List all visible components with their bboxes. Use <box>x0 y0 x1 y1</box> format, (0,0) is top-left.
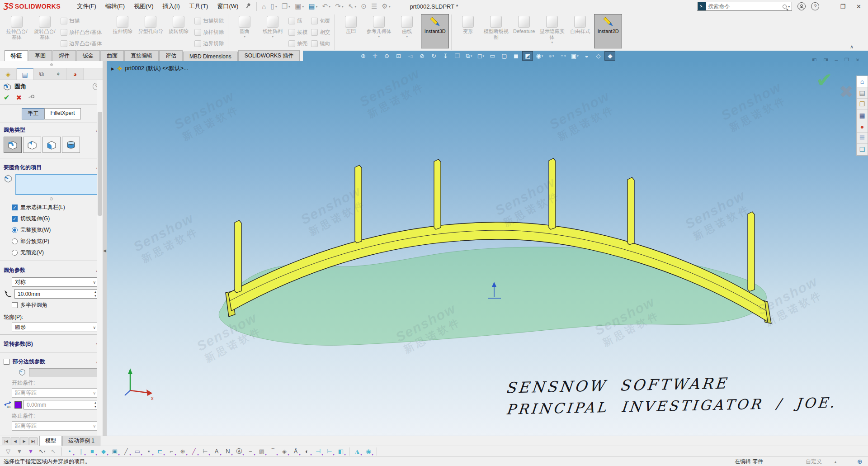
part-tree-label[interactable]: prt0002 (默认) <<默认>... <box>125 65 189 72</box>
close-button[interactable]: ✕ <box>852 2 865 11</box>
defeature-button[interactable]: Defeature <box>510 14 538 48</box>
dropdown-caret-icon[interactable]: ▾ <box>551 41 553 44</box>
filter-dimensions-icon[interactable]: ⊢▾ <box>200 447 211 456</box>
panel-scrollbar[interactable] <box>97 80 103 436</box>
profile-dropdown[interactable]: 圆形 ∨ <box>12 323 99 332</box>
dropdown-caret-icon[interactable]: ▾ <box>552 54 554 58</box>
full-preview-option[interactable]: 完整预览(W) <box>0 224 103 236</box>
filter-toggle-icon[interactable]: ▽ <box>3 447 14 456</box>
menu-window[interactable]: 窗口(W) <box>212 0 243 12</box>
filter-routing-points-icon[interactable]: ⊢▾ <box>324 447 335 456</box>
custom-properties-icon[interactable]: ☰ <box>857 133 868 144</box>
viewport-ok-button[interactable]: ✔ <box>816 68 833 91</box>
start-condition-dropdown[interactable]: 距离等距 ∨ <box>12 388 99 398</box>
partial-edge-listbox[interactable] <box>29 368 99 376</box>
edges-selection-listbox[interactable] <box>15 174 99 195</box>
filter-weld-symbols-icon[interactable]: ⌒▾ <box>268 447 278 456</box>
indent-button[interactable]: 压凹 <box>337 14 365 48</box>
dropdown-caret-icon[interactable]: ▾ <box>302 5 304 9</box>
no-preview-option[interactable]: 无预览(V) <box>0 247 103 258</box>
dropdown-caret-icon[interactable]: ▾ <box>577 54 579 58</box>
shaded-with-edges-icon[interactable]: ◩ <box>522 51 533 61</box>
offset-field[interactable]: 0.00mm ▲▼ <box>24 400 99 409</box>
radio-icon[interactable] <box>12 238 18 244</box>
customize-caret-icon[interactable]: ▴ <box>835 460 836 464</box>
tab-评估[interactable]: 评估 <box>159 50 183 61</box>
options-list-icon[interactable]: ☰ <box>369 1 379 11</box>
design-library-icon[interactable]: ❐ <box>857 99 868 110</box>
checkbox-checked-icon[interactable]: ✓ <box>12 216 18 222</box>
tangent-propagation-option[interactable]: ✓ 切线延伸(G) <box>0 213 103 224</box>
filter-balloons-icon[interactable]: Ⓐ▾ <box>234 447 245 456</box>
tab-焊件[interactable]: 焊件 <box>52 50 76 61</box>
linear-pattern-button[interactable]: 线性阵列▾ <box>259 14 287 48</box>
dropdown-caret-icon[interactable]: ▾ <box>316 5 318 9</box>
variable-size-fillet-button[interactable] <box>23 137 41 153</box>
ok-button[interactable]: ✔ <box>4 93 9 102</box>
quick-tips-globe-icon[interactable]: ⊕ <box>857 458 863 465</box>
tab-曲面[interactable]: 曲面 <box>100 50 124 61</box>
restore-button[interactable]: ❐ <box>836 2 849 11</box>
3d-drawing-view-icon[interactable]: ❐ <box>452 51 462 61</box>
viewport-cancel-button[interactable]: ✖ <box>839 82 854 102</box>
collapse-panel-icon[interactable]: ◀ <box>103 248 106 253</box>
dropdown-caret-icon[interactable]: ▾ <box>354 5 356 9</box>
symmetric-dropdown[interactable]: 对称 ∨ <box>12 277 99 287</box>
displaymanager-tab[interactable]: ◕ <box>67 68 84 80</box>
help-icon[interactable]: ? <box>811 2 819 10</box>
dropdown-caret-icon[interactable]: ▾ <box>329 5 330 9</box>
wrap-button[interactable]: 包覆 <box>309 15 332 27</box>
listbox-resize-icon[interactable] <box>50 197 53 200</box>
swept-boss-button[interactable]: 扫描 <box>59 15 104 27</box>
undo-icon[interactable]: ↶▾ <box>321 1 333 11</box>
menu-file[interactable]: 文件(F) <box>72 0 101 12</box>
filter-datums-icon[interactable]: ◈▾ <box>279 447 290 456</box>
items-to-fillet-section-header[interactable]: 要圆角化的项目 ∧ <box>0 161 103 173</box>
freeform-button[interactable]: 自由样式 <box>566 14 594 48</box>
filter-blocks-icon[interactable]: ◧▾ <box>335 447 346 456</box>
partial-edge-parameters-section-header[interactable]: 部分边线参数 ∧ <box>0 355 103 367</box>
wireframe-icon[interactable]: ▭ <box>487 51 498 61</box>
curves-button[interactable]: 曲线▾ <box>393 14 421 48</box>
tab-MBD Dimensions[interactable]: MBD Dimensions <box>183 52 238 61</box>
full-round-fillet-button[interactable] <box>62 137 80 153</box>
apply-scene-icon[interactable]: ◓▾ <box>557 51 568 61</box>
select-icon[interactable]: ↖▾ <box>346 1 359 11</box>
first-tab-button[interactable]: |◀ <box>2 437 10 445</box>
dropdown-caret-icon[interactable]: ▾ <box>389 5 391 9</box>
ribbon-collapse-icon[interactable]: ∧ <box>850 44 854 50</box>
settings-gear-icon[interactable]: ⚙▾ <box>380 1 392 11</box>
filter-annotations-icon[interactable]: A▾ <box>211 447 222 456</box>
propertymanager-tab[interactable]: ▤ <box>17 68 33 80</box>
file-explorer-icon[interactable]: ▦ <box>857 110 868 121</box>
search-caret-icon[interactable]: ▾ <box>788 5 790 9</box>
menu-tools[interactable]: 工具(T) <box>184 0 213 12</box>
study-tab-运动算例 1[interactable]: 运动算例 1 <box>62 436 100 446</box>
minimize-button[interactable]: – <box>822 2 833 11</box>
filter-surface-finish-icon[interactable]: Å▾ <box>290 447 301 456</box>
shell-button[interactable]: 抽壳 <box>287 38 309 49</box>
attachments-icon[interactable]: ⊙ <box>359 1 368 11</box>
hidden-lines-icon[interactable]: ▢ <box>499 51 509 61</box>
radius-field[interactable]: 10.00mm ▲▼ <box>14 289 99 299</box>
menu-insert[interactable]: 插入(I) <box>158 0 184 12</box>
featuremanager-tab[interactable]: ◈ <box>0 68 17 80</box>
filter-planes-icon[interactable]: ▭▾ <box>132 447 143 456</box>
filter-hatch-icon[interactable]: ▨▾ <box>256 447 267 456</box>
hole-wizard-button[interactable]: 异型孔向导 <box>137 14 165 48</box>
filter-faces-icon[interactable]: ■▾ <box>87 447 98 456</box>
extruded-cut-button[interactable]: 拉伸切除 <box>108 14 137 48</box>
view-orientation-icon[interactable]: ⧉▾ <box>463 51 474 61</box>
swept-cut-button[interactable]: 扫描切除 <box>193 15 226 27</box>
constant-size-fillet-button[interactable] <box>4 137 22 153</box>
dropdown-caret-icon[interactable]: ▾ <box>378 35 380 38</box>
save-icon[interactable]: ▣▾ <box>293 1 306 11</box>
edit-appearance-icon[interactable]: ●▾ <box>546 51 557 61</box>
panel-resize-handle[interactable] <box>0 61 103 68</box>
dropdown-caret-icon[interactable]: ▾ <box>342 5 344 9</box>
filter-splines-icon[interactable]: ~▾ <box>245 447 256 456</box>
expand-arrow-icon[interactable]: ▶ <box>111 67 114 71</box>
boundary-boss-button[interactable]: 边界凸台/基体 <box>59 38 104 49</box>
reference-geometry-button[interactable]: 参考几何体▾ <box>365 14 393 48</box>
revolved-cut-button[interactable]: 旋转切除 <box>165 14 193 48</box>
